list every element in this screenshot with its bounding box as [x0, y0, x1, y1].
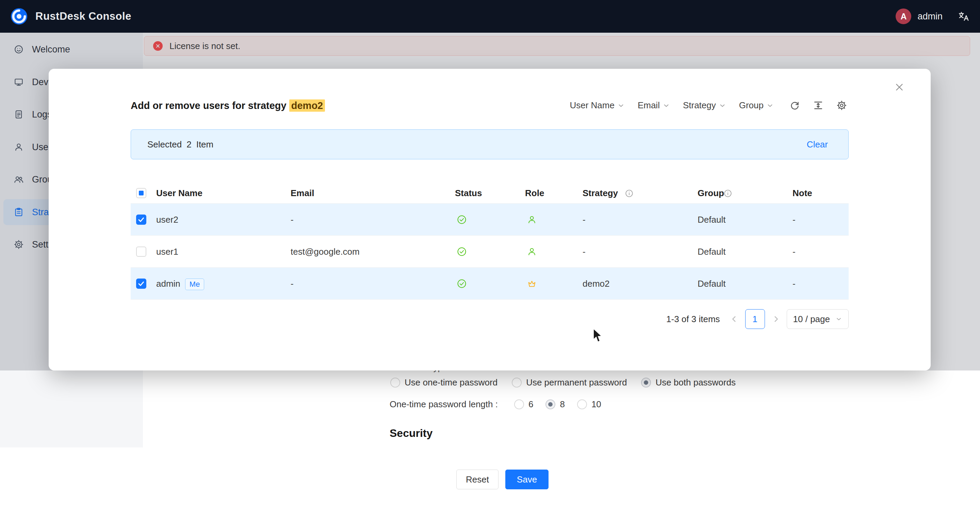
radio-label: 10 — [592, 399, 601, 410]
radio-label: 8 — [560, 399, 565, 410]
selection-unit: Item — [196, 139, 214, 150]
chevron-down-icon — [719, 102, 726, 109]
user-name-text: admin — [156, 279, 180, 289]
modal-title: Add or remove users for strategy demo2 — [130, 100, 325, 111]
radio-icon[interactable] — [514, 399, 524, 409]
cell-email: - — [291, 268, 294, 300]
clear-selection-link[interactable]: Clear — [807, 139, 828, 150]
radio-icon[interactable] — [512, 378, 522, 388]
filter-email[interactable]: Email — [638, 100, 670, 111]
table-header-row: User Name Email Status Role Strategy Gro… — [130, 182, 849, 204]
app-title: RustDesk Console — [35, 10, 131, 22]
info-icon[interactable] — [625, 189, 633, 198]
rustdesk-logo-icon — [10, 8, 28, 25]
column-settings-icon[interactable] — [837, 100, 847, 111]
radio-length-8[interactable]: 8 — [546, 399, 565, 410]
reset-button[interactable]: Reset — [456, 469, 498, 489]
radio-label: Use permanent password — [526, 377, 627, 388]
radio-icon-checked[interactable] — [641, 378, 651, 388]
filter-label: Group — [739, 100, 764, 111]
page-size-label: 10 / page — [793, 314, 830, 324]
chevron-down-icon — [766, 102, 774, 109]
radio-label: 6 — [528, 399, 533, 410]
table-row[interactable]: adminMe - demo2 Default - — [130, 268, 849, 300]
status-ok-icon — [457, 279, 467, 289]
cell-group: Default — [698, 268, 725, 300]
radio-length-6[interactable]: 6 — [514, 399, 533, 410]
save-button[interactable]: Save — [505, 469, 549, 489]
radio-permanent-password[interactable]: Use permanent password — [512, 377, 627, 388]
cell-email: - — [291, 204, 294, 236]
cell-user-name: adminMe — [156, 268, 204, 300]
chevron-down-icon — [835, 316, 842, 322]
cell-strategy: demo2 — [582, 268, 610, 300]
filter-strategy[interactable]: Strategy — [683, 100, 726, 111]
cell-group: Default — [698, 236, 725, 268]
page: RustDesk Console A admin Welcome Dev — [0, 0, 980, 506]
cell-strategy: - — [582, 204, 585, 236]
status-ok-icon — [457, 214, 467, 225]
avatar[interactable]: A — [896, 8, 911, 24]
prev-page-icon[interactable] — [730, 314, 739, 324]
selection-count: 2 — [186, 139, 191, 150]
row-checkbox[interactable] — [136, 247, 146, 257]
page-number-button[interactable]: 1 — [745, 309, 765, 329]
filter-group[interactable]: Group — [739, 100, 774, 111]
column-header-user-name: User Name — [156, 182, 202, 204]
chevron-down-icon — [662, 102, 670, 109]
current-user-name[interactable]: admin — [917, 11, 943, 22]
radio-one-time-password[interactable]: Use one-time password — [390, 377, 498, 388]
table-row[interactable]: user2 - - Default - — [130, 204, 849, 236]
add-remove-users-modal: Add or remove users for strategy demo2 U… — [49, 69, 931, 370]
top-header: RustDesk Console A admin — [0, 0, 980, 33]
cell-note: - — [792, 204, 795, 236]
cell-note: - — [792, 268, 795, 300]
next-page-icon[interactable] — [771, 314, 781, 324]
pagination: 1-3 of 3 items 1 10 / page — [130, 307, 849, 331]
row-checkbox-checked[interactable] — [136, 214, 146, 225]
cell-strategy: - — [582, 236, 585, 268]
refresh-icon[interactable] — [789, 100, 800, 111]
security-heading: Security — [390, 427, 433, 440]
selection-alert: Selected 2 Item Clear — [130, 129, 849, 160]
cell-email: test@google.com — [291, 236, 360, 268]
radio-icon-checked[interactable] — [546, 399, 555, 409]
cell-user-name: user2 — [156, 204, 178, 236]
status-ok-icon — [457, 247, 467, 257]
select-all-checkbox[interactable] — [136, 188, 146, 198]
selection-label: Selected — [147, 139, 182, 150]
table-row[interactable]: user1 test@google.com - Default - — [130, 236, 849, 268]
role-user-icon — [527, 214, 537, 225]
cell-note: - — [792, 236, 795, 268]
password-type-options: Use one-time password Use permanent pass… — [390, 373, 736, 391]
table-toolbar: User Name Email Strategy Group — [570, 100, 847, 111]
chevron-down-icon — [617, 102, 625, 109]
users-table: User Name Email Status Role Strategy Gro… — [130, 182, 849, 300]
header-right: A admin — [896, 8, 970, 24]
pagination-total: 1-3 of 3 items — [666, 314, 720, 324]
modal-title-text: Add or remove users for strategy — [130, 100, 289, 111]
role-user-icon — [527, 247, 537, 257]
role-admin-crown-icon — [527, 279, 537, 289]
me-tag: Me — [185, 279, 205, 290]
radio-both-passwords[interactable]: Use both passwords — [641, 377, 736, 388]
column-header-role: Role — [525, 182, 544, 204]
row-checkbox-checked[interactable] — [136, 279, 146, 289]
filter-user-name[interactable]: User Name — [570, 100, 624, 111]
otp-length-label: One-time password length : — [390, 399, 498, 410]
filter-label: Email — [638, 100, 660, 111]
column-header-group: Group — [698, 182, 724, 204]
column-header-strategy: Strategy — [582, 182, 618, 204]
density-icon[interactable] — [813, 100, 824, 111]
info-icon[interactable] — [724, 189, 732, 198]
column-header-status: Status — [455, 182, 482, 204]
translate-icon[interactable] — [958, 10, 970, 22]
close-icon[interactable] — [894, 82, 905, 93]
column-header-note: Note — [792, 182, 812, 204]
cell-user-name: user1 — [156, 236, 178, 268]
radio-icon[interactable] — [577, 399, 587, 409]
radio-length-10[interactable]: 10 — [577, 399, 601, 410]
page-size-select[interactable]: 10 / page — [787, 309, 849, 329]
radio-icon[interactable] — [390, 378, 400, 388]
radio-label: Use both passwords — [655, 377, 736, 388]
